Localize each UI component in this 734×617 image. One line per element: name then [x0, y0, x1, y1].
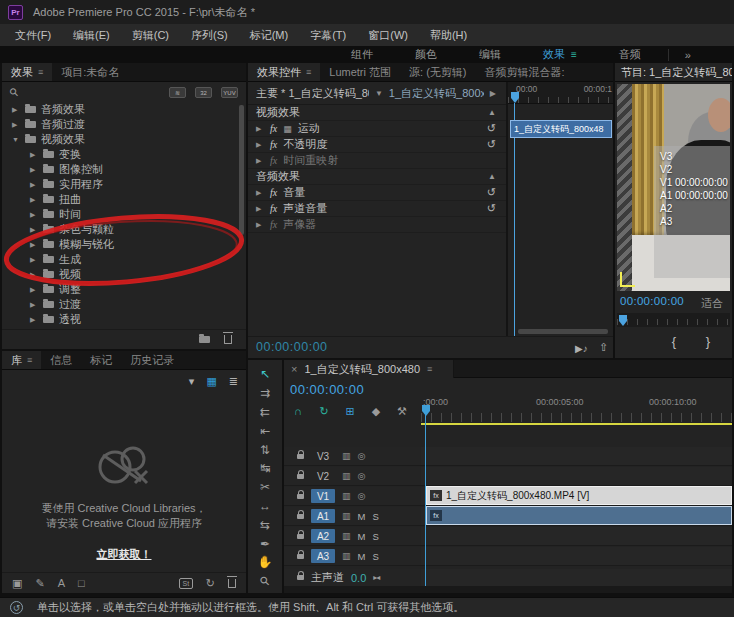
- tab-effects[interactable]: 效果 ≡: [2, 63, 52, 81]
- solo-button[interactable]: S: [372, 511, 378, 522]
- video-clip[interactable]: fx 1_自定义转码_800x480.MP4 [V]: [426, 486, 732, 505]
- disclosure-icon[interactable]: ▶: [30, 226, 38, 234]
- disclosure-icon[interactable]: ▶: [30, 211, 38, 219]
- yuv-badge[interactable]: YUV: [221, 87, 238, 98]
- track-header-master[interactable]: 主声道 0.0 ▸◂: [284, 569, 421, 587]
- lock-icon[interactable]: [297, 554, 304, 559]
- tab-audio-clip-mixer[interactable]: 音频剪辑混合器:: [475, 63, 573, 81]
- tree-item-audio-transitions[interactable]: ▶音频过渡: [2, 117, 246, 132]
- effect-row-motion[interactable]: ▶ fx ▦ 运动 ↺: [248, 121, 506, 137]
- sync-lock-icon[interactable]: ▥: [342, 511, 351, 521]
- track-badge[interactable]: A2: [311, 529, 335, 543]
- program-timecode[interactable]: 00:00:00:00: [620, 295, 684, 307]
- sync-lock-icon[interactable]: ▥: [342, 551, 351, 561]
- library-filter-caret-icon[interactable]: ▾: [189, 375, 195, 388]
- fx-badge[interactable]: fx: [270, 219, 277, 230]
- sync-icon[interactable]: ↻: [206, 577, 215, 590]
- sync-lock-icon[interactable]: ▥: [342, 531, 351, 541]
- disclosure-icon[interactable]: ▶: [30, 286, 38, 294]
- sequence-clip-label[interactable]: 1_自定义转码_800x4...: [389, 86, 484, 101]
- slide-tool[interactable]: ⇆: [248, 515, 282, 534]
- effect-row-time-remapping[interactable]: ▶ fx 时间重映射: [248, 153, 506, 169]
- disclosure-icon[interactable]: ▶: [256, 157, 264, 165]
- disclosure-icon[interactable]: ▶: [256, 221, 264, 229]
- disclosure-icon[interactable]: ▶: [256, 205, 264, 213]
- timeline-display-settings-icon[interactable]: ⚒: [394, 405, 410, 418]
- tree-item-blur-sharpen[interactable]: ▶模糊与锐化: [2, 237, 246, 252]
- disclosure-icon[interactable]: ▶: [30, 271, 38, 279]
- workspace-menu-icon[interactable]: ≡: [571, 49, 577, 60]
- track-header-a2[interactable]: A2 ▥ M S: [284, 527, 421, 546]
- section-audio-effects[interactable]: 音频效果 ▲: [248, 169, 506, 185]
- menu-file[interactable]: 文件(F): [4, 28, 62, 43]
- disclosure-icon[interactable]: ▼: [12, 136, 20, 143]
- track-badge[interactable]: A1: [311, 509, 335, 523]
- menu-sequence[interactable]: 序列(S): [180, 28, 239, 43]
- dropdown-icon[interactable]: ▼: [375, 89, 383, 98]
- track-badge[interactable]: V2: [311, 469, 335, 483]
- work-area-bar[interactable]: [421, 423, 732, 425]
- track-header-v3[interactable]: V3 ▥ ◎: [284, 447, 421, 466]
- lock-icon[interactable]: [297, 514, 304, 519]
- menu-title[interactable]: 字幕(T): [299, 28, 357, 43]
- snap-icon[interactable]: ∩: [290, 405, 306, 417]
- workspace-tab-audio[interactable]: 音频: [598, 47, 662, 62]
- disclosure-icon[interactable]: ▶: [256, 125, 264, 133]
- panel-menu-icon[interactable]: ≡: [306, 67, 311, 77]
- fx-badge[interactable]: fx: [270, 203, 277, 214]
- track-lane-v2[interactable]: [421, 467, 732, 486]
- panel-menu-icon[interactable]: ≡: [38, 67, 43, 77]
- rate-stretch-tool[interactable]: ↹: [248, 459, 282, 478]
- effect-controls-timecode[interactable]: 00:00:00:00: [256, 340, 328, 354]
- track-header-a3[interactable]: A3 ▥ M S: [284, 547, 421, 566]
- shape-icon[interactable]: □: [78, 577, 85, 589]
- lock-icon[interactable]: [297, 474, 304, 479]
- reset-icon[interactable]: ↺: [487, 122, 496, 135]
- workspace-overflow-button[interactable]: »: [675, 49, 701, 61]
- disclosure-icon[interactable]: ▶: [30, 166, 38, 174]
- track-header-v2[interactable]: V2 ▥ ◎: [284, 467, 421, 486]
- scrollbar-thumb[interactable]: [239, 105, 244, 235]
- disclosure-icon[interactable]: ▶: [30, 256, 38, 264]
- sync-lock-icon[interactable]: ▥: [342, 471, 351, 481]
- next-clip-icon[interactable]: ▶: [490, 89, 496, 98]
- tree-item-audio-effects[interactable]: ▶音频效果: [2, 102, 246, 117]
- export-frame-icon[interactable]: ⇧: [599, 341, 608, 354]
- workspace-tab-editing[interactable]: 编辑: [458, 47, 522, 62]
- lock-icon[interactable]: [297, 534, 304, 539]
- selection-tool[interactable]: ↖: [248, 365, 282, 384]
- lock-icon[interactable]: [297, 454, 304, 459]
- brush-icon[interactable]: ✎: [35, 577, 44, 590]
- accelerated-effects-badge[interactable]: ≋: [169, 87, 186, 98]
- grid-view-icon[interactable]: ▦: [206, 375, 216, 388]
- sync-lock-icon[interactable]: ▥: [342, 451, 351, 461]
- selected-clip-bar[interactable]: 1_自定义转码_800x48: [510, 120, 612, 138]
- timeline-sequence-tab[interactable]: × 1_自定义转码_800x480 ≡: [284, 360, 454, 378]
- tree-item-video-effects[interactable]: ▼视频效果: [2, 132, 246, 147]
- mute-button[interactable]: M: [358, 551, 366, 562]
- track-select-forward-tool[interactable]: ⇉: [248, 384, 282, 403]
- tree-item-video[interactable]: ▶视频: [2, 267, 246, 282]
- tab-program[interactable]: 节目: 1_自定义转码_800...: [615, 63, 732, 81]
- hscroll-thumb[interactable]: [518, 329, 608, 334]
- track-badge[interactable]: V3: [311, 449, 335, 463]
- master-clip-label[interactable]: 主要 * 1_自定义转码_80...: [256, 86, 369, 101]
- reset-icon[interactable]: ↺: [487, 186, 496, 199]
- settings-grid-icon[interactable]: ⊞: [342, 405, 358, 418]
- tree-item-image-control[interactable]: ▶图像控制: [2, 162, 246, 177]
- tree-item-adjust[interactable]: ▶调整: [2, 282, 246, 297]
- get-now-link[interactable]: 立即获取！: [97, 547, 152, 562]
- disclosure-icon[interactable]: ▶: [30, 181, 38, 189]
- track-badge[interactable]: A3: [311, 549, 335, 563]
- pen-tool[interactable]: ✒: [248, 534, 282, 553]
- reset-icon[interactable]: ↺: [487, 202, 496, 215]
- list-view-icon[interactable]: ≣: [229, 375, 238, 388]
- disclosure-icon[interactable]: ▶: [30, 301, 38, 309]
- timeline-ruler-ticks[interactable]: [421, 413, 732, 422]
- audio-clip[interactable]: fx: [426, 506, 732, 525]
- effects-search-input[interactable]: [24, 87, 160, 99]
- timeline-hscrollbar[interactable]: [284, 586, 732, 593]
- add-marker-icon[interactable]: ◆: [368, 405, 384, 418]
- track-lane-a3[interactable]: [421, 547, 732, 566]
- tab-libraries[interactable]: 库 ≡: [2, 351, 41, 369]
